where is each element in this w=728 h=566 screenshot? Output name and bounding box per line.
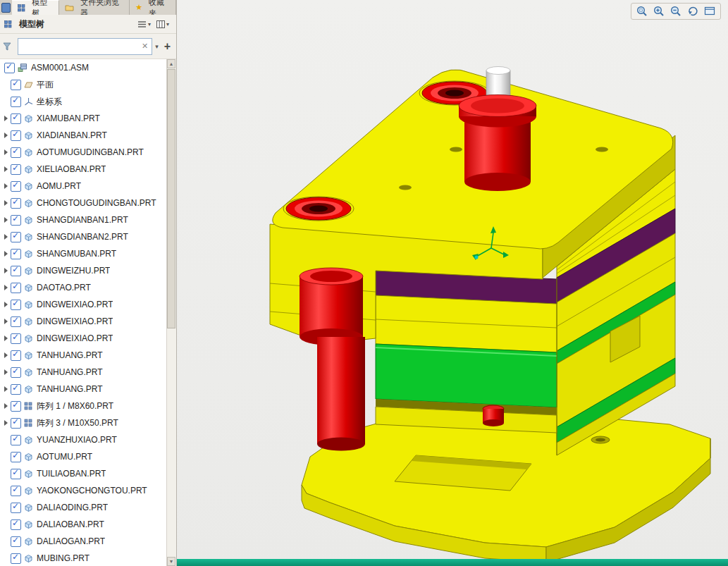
tree-item[interactable]: XIADIANBAN.PRT [0, 127, 167, 144]
tree-item[interactable]: DINGWEIXIAO.PRT [0, 296, 167, 313]
expand-arrow-icon[interactable] [4, 183, 8, 189]
tree-item[interactable]: TANHUANG.PRT [0, 364, 167, 381]
view-manager-icon[interactable] [703, 5, 716, 18]
tree-item[interactable]: 阵列 3 / M10X50.PRT [0, 414, 167, 431]
visibility-checkbox[interactable] [11, 198, 21, 209]
expand-arrow-icon[interactable] [4, 285, 8, 290]
tree-item[interactable]: SHANGDIANBAN2.PRT [0, 228, 167, 245]
visibility-checkbox[interactable] [11, 266, 21, 276]
visibility-checkbox[interactable] [11, 147, 21, 158]
tree-item[interactable]: DINGWEIXIAO.PRT [0, 313, 167, 330]
tree-item[interactable]: 阵列 1 / M8X60.PRT [0, 398, 167, 414]
tab-model-tree[interactable]: 模型树 [12, 0, 59, 15]
visibility-checkbox[interactable] [11, 553, 21, 564]
tree-item[interactable]: YUANZHUXIAO.PRT [0, 431, 167, 448]
visibility-checkbox[interactable] [11, 249, 21, 259]
visibility-checkbox[interactable] [11, 418, 21, 429]
visibility-checkbox[interactable] [11, 113, 21, 124]
expand-search-button[interactable]: + [161, 40, 173, 53]
search-input[interactable] [18, 40, 138, 53]
guide-pillar[interactable] [300, 268, 365, 451]
expand-arrow-icon[interactable] [4, 116, 8, 121]
zoom-in-icon[interactable] [653, 5, 665, 18]
visibility-checkbox[interactable] [11, 486, 21, 496]
scroll-down-button[interactable]: ▼ [167, 557, 175, 566]
visibility-checkbox[interactable] [11, 300, 21, 310]
tree-item[interactable]: 坐标系 [0, 93, 167, 110]
tree-item[interactable]: XIAMUBAN.PRT [0, 110, 167, 127]
tab-folder-browser[interactable]: 文件夹浏览器 [59, 0, 130, 15]
tree-item[interactable]: AOTUMU.PRT [0, 448, 167, 465]
tree-item[interactable]: CHONGTOUGUDINGBAN.PRT [0, 195, 167, 211]
visibility-checkbox[interactable] [11, 80, 21, 90]
expand-arrow-icon[interactable] [4, 166, 8, 172]
tree-display-settings-button[interactable]: ▾ [135, 19, 154, 30]
tree-item[interactable]: DALIAOBAN.PRT [0, 516, 167, 533]
visibility-checkbox[interactable] [11, 181, 21, 192]
visibility-checkbox[interactable] [11, 452, 21, 462]
visibility-checkbox[interactable] [11, 384, 21, 395]
spin-center-icon[interactable] [686, 5, 699, 18]
expand-arrow-icon[interactable] [4, 133, 8, 138]
tree-item[interactable]: SHANGDIANBAN1.PRT [0, 211, 167, 228]
visibility-checkbox[interactable] [11, 350, 21, 361]
scroll-up-button[interactable]: ▲ [167, 59, 175, 68]
expand-arrow-icon[interactable] [4, 420, 8, 426]
visibility-checkbox[interactable] [11, 367, 21, 378]
expand-arrow-icon[interactable] [4, 302, 8, 307]
tree-item[interactable]: SHANGMUBAN.PRT [0, 245, 167, 262]
browser-sash-bar[interactable] [177, 559, 728, 566]
visibility-checkbox[interactable] [11, 97, 21, 107]
tree-root-item[interactable]: ASM0001.ASM [0, 59, 167, 76]
expand-arrow-icon[interactable] [4, 268, 8, 273]
expand-arrow-icon[interactable] [4, 149, 8, 155]
graphics-area[interactable] [177, 0, 728, 566]
expand-arrow-icon[interactable] [4, 200, 8, 206]
clear-search-icon[interactable]: ✕ [138, 42, 152, 51]
3d-viewport[interactable] [177, 0, 728, 566]
scrollbar-thumb[interactable] [167, 69, 175, 328]
tree-item[interactable]: DALIAODING.PRT [0, 499, 167, 516]
visibility-checkbox[interactable] [11, 283, 21, 293]
visibility-checkbox[interactable] [11, 232, 21, 242]
visibility-checkbox[interactable] [4, 63, 15, 73]
visibility-checkbox[interactable] [11, 333, 21, 344]
tree-item[interactable]: MUBING.PRT [0, 550, 167, 566]
visibility-checkbox[interactable] [11, 469, 21, 479]
expand-arrow-icon[interactable] [4, 336, 8, 341]
tree-item[interactable]: DALIAOGAN.PRT [0, 533, 167, 550]
tree-item[interactable]: TUILIAOBAN.PRT [0, 465, 167, 482]
zoom-out-icon[interactable] [670, 5, 682, 18]
tree-item[interactable]: DAOTAO.PRT [0, 279, 167, 296]
expand-arrow-icon[interactable] [4, 403, 8, 409]
tree-item[interactable]: AOTUMUGUDINGBAN.PRT [0, 144, 167, 161]
search-options-dropdown[interactable]: ▾ [155, 43, 159, 50]
visibility-checkbox[interactable] [11, 316, 21, 327]
tree-item[interactable]: DINGWEIXIAO.PRT [0, 330, 167, 347]
expand-arrow-icon[interactable] [4, 217, 8, 223]
expand-arrow-icon[interactable] [4, 251, 8, 257]
expand-arrow-icon[interactable] [4, 369, 8, 375]
tree-item[interactable]: YAOKONGCHONGTOU.PRT [0, 482, 167, 499]
expand-arrow-icon[interactable] [4, 352, 8, 358]
visibility-checkbox[interactable] [11, 164, 21, 175]
zoom-region-icon[interactable] [636, 5, 648, 18]
visibility-checkbox[interactable] [11, 130, 21, 141]
tree-item[interactable]: AOMU.PRT [0, 178, 167, 195]
tree-columns-button[interactable]: ▾ [154, 19, 172, 30]
visibility-checkbox[interactable] [11, 401, 21, 412]
visibility-checkbox[interactable] [11, 215, 21, 226]
expand-arrow-icon[interactable] [4, 234, 8, 240]
tree-item[interactable]: TANHUANG.PRT [0, 381, 167, 398]
visibility-checkbox[interactable] [11, 435, 21, 445]
tree-item[interactable]: 平面 [0, 76, 167, 93]
tree-item[interactable]: DINGWEIZHU.PRT [0, 262, 167, 279]
expand-arrow-icon[interactable] [4, 319, 8, 324]
visibility-checkbox[interactable] [11, 503, 21, 513]
visibility-checkbox[interactable] [11, 536, 21, 547]
visibility-checkbox[interactable] [11, 519, 21, 530]
tree-item[interactable]: TANHUANG.PRT [0, 347, 167, 364]
tree-item[interactable]: XIELIAOBAN.PRT [0, 161, 167, 178]
tab-favorites[interactable]: ★ 收藏夹 [130, 0, 176, 15]
expand-arrow-icon[interactable] [4, 386, 8, 392]
